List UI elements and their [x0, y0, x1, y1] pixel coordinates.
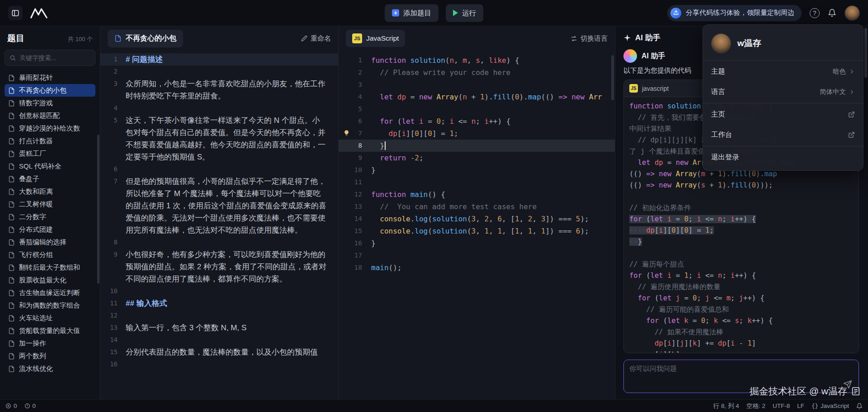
ai-code-line[interactable]: [j][k];: [629, 349, 853, 353]
sidebar-item[interactable]: 蛋糕工厂: [5, 147, 95, 160]
cursor-position[interactable]: 行 8, 列 4: [713, 402, 739, 410]
code-editor[interactable]: 1function solution(n, m, s, like) {2 // …: [339, 51, 615, 399]
menu-item-workbench[interactable]: 工作台: [703, 125, 863, 145]
switch-language-button[interactable]: 切换语言: [571, 34, 608, 43]
code-line[interactable]: 14 console.log(solution(3, 2, 6, [1, 2, …: [339, 213, 615, 225]
eol-setting[interactable]: LF: [797, 403, 804, 409]
code-line[interactable]: 15 console.log(solution(3, 1, 1, [1, 1, …: [339, 225, 615, 237]
sidebar-item[interactable]: SQL 代码补全: [5, 160, 95, 173]
code-line[interactable]: 9 return -2;: [339, 152, 615, 164]
code-line[interactable]: 6 for (let i = 0; i <= n; i++) {: [339, 115, 615, 127]
sidebar-item[interactable]: 二分数字: [5, 211, 95, 223]
code-line[interactable]: 12function main() {: [339, 188, 615, 201]
sidebar-item[interactable]: 货船载货量的最大值: [5, 324, 95, 337]
code-line[interactable]: 5: [339, 103, 615, 115]
sidebar-item[interactable]: 股票收益最大化: [5, 274, 95, 286]
sidebar-item[interactable]: 叠盘子: [5, 173, 95, 185]
page-scrollbar[interactable]: [864, 28, 867, 78]
code-line[interactable]: 7 dp[i][0][0] = 1;: [339, 127, 615, 140]
problem-content[interactable]: 1# 问题描述2 3众所周知，小包是一名非常喜欢吃甜点的小朋友，他在工作时特别爱…: [100, 51, 338, 399]
menu-item-theme[interactable]: 主题 暗色: [703, 61, 863, 82]
code-line[interactable]: 8 }: [339, 140, 615, 152]
ai-code-line[interactable]: ··}: [629, 236, 853, 248]
code-text: // Please write your code here: [371, 66, 615, 79]
ai-code-line[interactable]: [629, 191, 853, 202]
code-line[interactable]: 13 // You can add more test cases here: [339, 201, 615, 213]
sidebar-item[interactable]: 两个数列: [5, 350, 95, 362]
code-line[interactable]: 17: [339, 249, 615, 262]
sidebar-item[interactable]: 创意标题匹配: [5, 109, 95, 122]
ai-code-line[interactable]: (() => new Array(s + 1).fill(0)));: [629, 180, 853, 191]
ai-code-line[interactable]: for (let k = 0; k <= s; k++) {: [629, 315, 853, 327]
ai-code-line[interactable]: dp[i][j][k] += dp[i - 1]: [629, 338, 853, 349]
sidebar-item[interactable]: 穿越沙漠的补给次数: [5, 122, 95, 135]
sidebar-item[interactable]: 暴雨梨花针: [5, 71, 95, 84]
notifications-icon[interactable]: [828, 9, 836, 17]
errors-indicator[interactable]: 0: [5, 403, 17, 409]
share-icon: [670, 8, 681, 19]
sidebar-item[interactable]: 翻转后最大子数组和: [5, 261, 95, 274]
menu-item-logout[interactable]: 退出登录: [703, 147, 863, 168]
sidebar-item[interactable]: 二叉树伴暖: [5, 198, 95, 211]
menu-item-language[interactable]: 语言 简体中文: [703, 82, 863, 102]
sidebar-item[interactable]: 分布式团建: [5, 223, 95, 236]
brand-logo-icon[interactable]: [30, 8, 48, 19]
sparkle-icon: [623, 34, 631, 42]
quickfix-lightbulb-icon[interactable]: [343, 130, 350, 136]
document-icon: [8, 290, 15, 296]
ai-code-line[interactable]: [629, 248, 853, 259]
language-tab[interactable]: JS JavaScript: [346, 30, 405, 47]
code-line[interactable]: 11: [339, 176, 615, 188]
promo-banner[interactable]: 分享代码练习体验，领限量定制周边: [667, 5, 802, 21]
ai-code-line[interactable]: // 遍历每个甜点: [629, 259, 853, 270]
code-text: [371, 79, 615, 91]
sidebar-item[interactable]: 不再贪心的小包: [5, 84, 95, 97]
sidebar-scrollbar[interactable]: [97, 135, 99, 284]
document-icon: [8, 328, 15, 334]
line-number: 17: [339, 249, 371, 262]
ai-code-line[interactable]: // 遍历可能的喜爱值总和: [629, 304, 853, 315]
sidebar-item[interactable]: 猜数字游戏: [5, 97, 95, 109]
sidebar-item[interactable]: 番茄编辑的选择: [5, 236, 95, 248]
code-line[interactable]: 16}: [339, 237, 615, 249]
code-line[interactable]: 2 // Please write your code here: [339, 66, 615, 79]
ai-code-line[interactable]: // 如果不使用魔法棒: [629, 327, 853, 338]
search-input[interactable]: [19, 54, 90, 61]
sidebar-item[interactable]: 火车站选址: [5, 312, 95, 324]
search-box[interactable]: [5, 50, 95, 66]
line-number: 11: [339, 176, 371, 188]
sidebar-item-label: 穿越沙漠的补给次数: [19, 124, 80, 133]
code-line[interactable]: 3: [339, 79, 615, 91]
code-line[interactable]: 1function solution(n, m, s, like) {: [339, 54, 615, 66]
ai-code-line[interactable]: for (let i = 1; i <= n; i++) {: [629, 270, 853, 281]
rename-button[interactable]: 重命名: [301, 34, 331, 43]
sidebar-item[interactable]: 飞行棋分组: [5, 248, 95, 261]
app-icon[interactable]: [8, 6, 23, 20]
ai-code-line[interactable]: for (let i = 0; i <= n; i++) {: [629, 214, 853, 225]
ai-code-line[interactable]: for (let j = 0; j <= m; j++) {: [629, 293, 853, 304]
bell-icon[interactable]: [856, 403, 863, 409]
sidebar-item[interactable]: 流水线优化: [5, 362, 95, 375]
problem-title-tab[interactable]: 不再贪心的小包: [108, 30, 183, 47]
add-problem-button[interactable]: + 添加题目: [385, 4, 439, 22]
user-avatar[interactable]: [844, 5, 860, 21]
run-button[interactable]: 运行: [446, 4, 483, 22]
code-line[interactable]: 4 let dp = new Array(n + 1).fill(0).map(…: [339, 91, 615, 103]
ai-code-line[interactable]: // 遍历使用魔法棒的数量: [629, 281, 853, 293]
sidebar-item[interactable]: 大数和距离: [5, 185, 95, 198]
help-icon[interactable]: ?: [810, 8, 820, 18]
ai-code-line[interactable]: ····dp[i][0][0] = 1;: [629, 225, 853, 236]
menu-item-home[interactable]: 主页: [703, 104, 863, 125]
sidebar-item[interactable]: 和为偶数的数字组合: [5, 299, 95, 312]
code-line[interactable]: 10}: [339, 164, 615, 176]
warnings-indicator[interactable]: 0: [24, 403, 36, 409]
indentation-setting[interactable]: 空格: 2: [746, 402, 765, 410]
code-line[interactable]: 18main();: [339, 262, 615, 274]
sidebar-item[interactable]: 打点计数器: [5, 135, 95, 147]
encoding-setting[interactable]: UTF-8: [773, 403, 790, 409]
sidebar-item[interactable]: 加一操作: [5, 337, 95, 350]
language-mode[interactable]: {} JavaScript: [811, 403, 849, 409]
sidebar-item[interactable]: 古生物血缘远近判断: [5, 286, 95, 299]
editor-scrollbar[interactable]: [611, 55, 614, 100]
ai-code-line[interactable]: // 初始化边界条件: [629, 202, 853, 214]
